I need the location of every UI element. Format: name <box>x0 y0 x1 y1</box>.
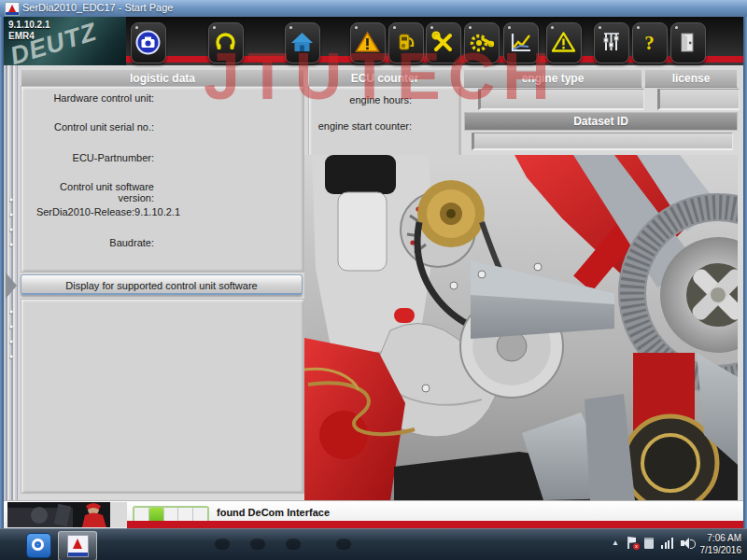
volume-icon[interactable] <box>681 538 693 549</box>
label-version: version: <box>31 192 154 203</box>
splitter-dot <box>9 355 13 358</box>
window-title: SerDia2010_EDC17 - Start Page <box>22 2 173 13</box>
ecu-model-text: EMR4 <box>8 31 35 41</box>
status-message: found DeCom Interface <box>217 507 330 518</box>
panel-splitter[interactable] <box>4 65 18 500</box>
home-button[interactable] <box>285 22 320 63</box>
parameters-button[interactable] <box>594 22 629 63</box>
screenshot-button[interactable] <box>131 22 166 63</box>
window-titlebar[interactable]: SerDia2010_EDC17 - Start Page <box>0 0 747 18</box>
configuration-button[interactable] <box>464 22 500 63</box>
logistic-data-panel: Hardware control unit: Control unit seri… <box>21 86 304 273</box>
support-button[interactable] <box>208 22 244 63</box>
tray-expand-icon[interactable]: ▲ <box>612 539 619 547</box>
mechanic-photo <box>7 502 127 527</box>
status-bar: found DeCom Interface <box>4 500 743 529</box>
error-memory-button[interactable] <box>350 22 386 63</box>
header-logistic-data: logistic data <box>21 69 304 88</box>
action-center-flag-icon[interactable]: x <box>627 537 637 549</box>
label-engine-start-counter: engine start counter: <box>314 120 412 132</box>
label-control-unit-software: Control unit software <box>31 181 154 192</box>
label-serdia-release: SerDia2010-Release:9.1.10.2.1 <box>31 206 180 217</box>
splitter-dot <box>9 243 13 246</box>
clock-date: 7/19/2016 <box>700 544 742 556</box>
splitter-collapse-arrow-icon[interactable] <box>6 273 17 299</box>
help-button[interactable]: ? <box>632 22 668 63</box>
taskbar-item[interactable] <box>286 539 301 550</box>
splitter-dot <box>9 310 13 314</box>
engine-type-field[interactable] <box>478 89 644 110</box>
serdia-application-window: SerDia2010_EDC17 - Start Page DEUTZ 9.1.… <box>0 0 747 560</box>
splitter-dot <box>9 325 13 329</box>
injector-service-button[interactable] <box>388 22 424 63</box>
taskbar-item[interactable] <box>215 539 230 550</box>
app-logo-icon <box>5 2 20 16</box>
window-border-right <box>743 17 747 528</box>
system-tray: ▲ x <box>612 537 693 549</box>
windows-taskbar: ▲ x 7:06 AM 7/19/2016 <box>0 528 747 560</box>
teamviewer-taskbar-icon[interactable] <box>26 533 51 558</box>
serdia-app-icon <box>67 535 89 557</box>
display-supported-software-button[interactable]: Display for supported control unit softw… <box>21 274 303 295</box>
serdia-taskbar-button[interactable] <box>58 531 97 560</box>
network-signal-icon[interactable] <box>661 538 673 549</box>
supported-software-list-panel <box>21 299 304 494</box>
taskbar-clock[interactable]: 7:06 AM 7/19/2016 <box>700 532 742 556</box>
header-engine-type: engine type <box>463 69 642 88</box>
header-ecu-counter: ECU counter <box>308 69 461 88</box>
repair-tools-button[interactable] <box>426 22 461 63</box>
label-engine-hours: engine hours: <box>314 94 412 105</box>
splitter-dot <box>9 228 13 231</box>
label-ecu-partnumber: ECU-Partnumber: <box>31 152 154 163</box>
label-control-unit-serial: Control unit serial no.: <box>31 121 154 133</box>
license-field[interactable] <box>657 89 740 110</box>
label-baudrate: Baudrate: <box>31 237 154 248</box>
tray-app-icon[interactable] <box>644 538 654 549</box>
deutz-logo: DEUTZ 9.1.10.2.1 EMR4 <box>4 17 126 65</box>
splitter-dot <box>9 213 13 217</box>
dataset-id-field[interactable] <box>472 133 733 150</box>
header-license: license <box>644 69 738 88</box>
engine-photo <box>304 155 738 500</box>
diagnostics-button[interactable] <box>546 22 582 63</box>
taskbar-item[interactable] <box>250 539 265 550</box>
label-hardware-control-unit: Hardware control unit: <box>31 92 154 104</box>
exit-button[interactable] <box>670 22 706 63</box>
release-version-text: 9.1.10.2.1 <box>8 20 49 30</box>
taskbar-item[interactable] <box>336 539 351 550</box>
splitter-dot <box>9 340 13 343</box>
measurement-graph-button[interactable] <box>503 22 539 63</box>
splitter-dot <box>9 198 13 202</box>
ecu-counter-panel: engine hours: engine start counter: <box>308 86 461 159</box>
svg-text:?: ? <box>644 32 655 54</box>
header-dataset-id: Dataset ID <box>464 112 738 131</box>
clock-time: 7:06 AM <box>700 532 742 544</box>
